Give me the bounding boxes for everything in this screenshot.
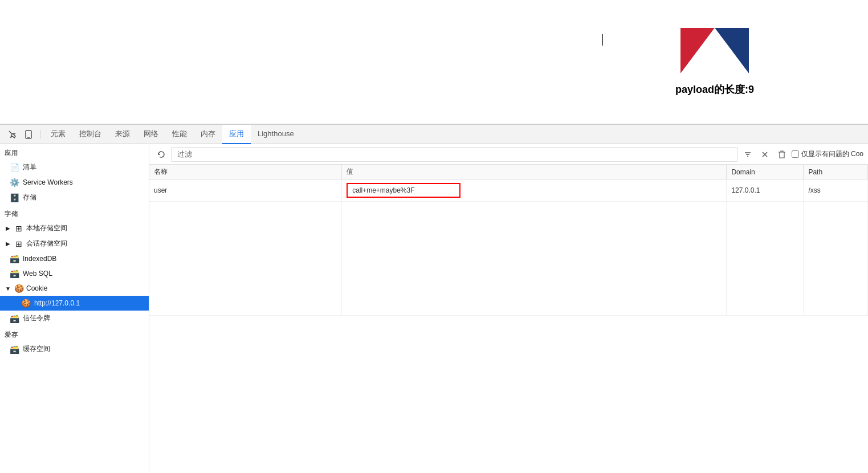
cookie-http-icon: 🍪 <box>21 299 31 308</box>
sidebar-item-storage-label: 存储 <box>23 193 36 202</box>
sidebar-item-session-storage[interactable]: ▶ ⊞ 会话存储空间 <box>0 236 149 251</box>
col-header-domain: Domain <box>727 165 804 180</box>
sidebar-item-service-workers-label: Service Workers <box>23 178 73 186</box>
devtools-tab-bar: 元素 控制台 来源 网络 性能 内存 应用 Lighthouse <box>0 125 868 144</box>
sidebar-item-service-workers[interactable]: ⚙️ Service Workers <box>0 175 149 190</box>
inspect-element-button[interactable] <box>5 127 21 142</box>
empty-value-cell <box>342 202 727 316</box>
sidebar: 应用 📄 清单 ⚙️ Service Workers 🗄️ 存储 字储 ▶ ⊞ … <box>0 144 149 473</box>
devtools-panel: 元素 控制台 来源 网络 性能 内存 应用 Lighthouse 应用 📄 清单… <box>0 124 868 473</box>
col-header-value: 值 <box>342 165 727 180</box>
sidebar-item-cookie-group-label: Cookie <box>26 284 47 292</box>
storage-icon: 🗄️ <box>9 193 19 202</box>
sidebar-item-indexeddb-label: IndexedDB <box>23 255 56 263</box>
sidebar-section-application: 应用 <box>0 144 149 160</box>
refresh-cookies-button[interactable] <box>154 147 169 162</box>
session-storage-icon: ⊞ <box>14 239 24 248</box>
show-issues-checkbox-label[interactable]: 仅显示有问题的 Coo <box>792 149 863 159</box>
table-row[interactable]: user call+me+maybe%3F 127.0.0.1 /xss <box>149 180 868 202</box>
sidebar-item-manifest[interactable]: 📄 清单 <box>0 160 149 175</box>
sidebar-item-cookie-http-label: http://127.0.0.1 <box>34 299 80 307</box>
tab-console[interactable]: 控制台 <box>72 125 108 144</box>
panel-toolbar: 仅显示有问题的 Coo <box>149 144 868 165</box>
trust-tokens-icon: 🗃️ <box>9 314 19 323</box>
sidebar-item-indexeddb[interactable]: 🗃️ IndexedDB <box>0 251 149 266</box>
filter-container <box>171 147 738 162</box>
col-header-path: Path <box>804 165 868 180</box>
session-storage-arrow-icon: ▶ <box>5 240 11 247</box>
device-toggle-button[interactable] <box>21 127 36 142</box>
web-sql-icon: 🗃️ <box>9 269 19 278</box>
cookie-path-cell: /xss <box>804 180 868 202</box>
empty-domain-cell <box>727 202 804 316</box>
table-row-empty <box>149 202 868 316</box>
sidebar-item-local-storage[interactable]: ▶ ⊞ 本地存储空间 <box>0 221 149 236</box>
tab-network[interactable]: 网络 <box>137 125 165 144</box>
sidebar-item-trust-tokens-label: 信任令牌 <box>23 313 50 323</box>
service-workers-icon: ⚙️ <box>9 178 19 187</box>
empty-path-cell <box>804 202 868 316</box>
cookie-domain-cell: 127.0.0.1 <box>727 180 804 202</box>
sidebar-item-local-storage-label: 本地存储空间 <box>26 223 67 233</box>
show-issues-label: 仅显示有问题的 Coo <box>801 149 863 159</box>
main-panel: 仅显示有问题的 Coo 名称 值 Domain Path <box>149 144 868 473</box>
cookie-value-highlighted: call+me+maybe%3F <box>347 183 461 198</box>
sidebar-section-cache: 爱存 <box>0 326 149 341</box>
sidebar-item-cache-storage-label: 缓存空间 <box>23 344 50 354</box>
sidebar-item-cache-storage[interactable]: 🗃️ 缓存空间 <box>0 341 149 357</box>
manifest-icon: 📄 <box>9 163 19 172</box>
text-cursor <box>602 34 603 46</box>
local-storage-arrow-icon: ▶ <box>5 225 11 231</box>
cookie-value-cell: call+me+maybe%3F <box>342 180 727 202</box>
show-issues-checkbox[interactable] <box>792 150 799 158</box>
tab-lighthouse[interactable]: Lighthouse <box>251 125 301 144</box>
cookie-arrow-icon: ▼ <box>5 286 11 292</box>
sidebar-item-web-sql-label: Web SQL <box>23 270 52 278</box>
tab-memory[interactable]: 内存 <box>194 125 222 144</box>
tab-elements[interactable]: 元素 <box>44 125 72 144</box>
sidebar-item-cookie-http[interactable]: 🍪 http://127.0.0.1 <box>0 296 149 311</box>
sidebar-item-cookie-group[interactable]: ▼ 🍪 Cookie <box>0 281 149 296</box>
local-storage-icon: ⊞ <box>14 224 24 233</box>
clear-cookies-button[interactable] <box>757 147 772 162</box>
cookie-group-icon: 🍪 <box>14 284 24 293</box>
col-header-name: 名称 <box>149 165 342 180</box>
devtools-body: 应用 📄 清单 ⚙️ Service Workers 🗄️ 存储 字储 ▶ ⊞ … <box>0 144 868 473</box>
indexeddb-icon: 🗃️ <box>9 254 19 263</box>
sidebar-item-session-storage-label: 会话存储空间 <box>26 239 67 248</box>
cookie-table: 名称 值 Domain Path user call+me+maybe%3F <box>149 165 868 316</box>
tab-application[interactable]: 应用 <box>222 125 251 144</box>
filter-input[interactable] <box>174 149 735 160</box>
empty-name-cell <box>149 202 342 316</box>
cookie-table-wrapper: 名称 值 Domain Path user call+me+maybe%3F <box>149 165 868 473</box>
table-header-row: 名称 值 Domain Path <box>149 165 868 180</box>
tab-performance[interactable]: 性能 <box>165 125 194 144</box>
cookie-name-cell: user <box>149 180 342 202</box>
sidebar-section-storage: 字储 <box>0 205 149 221</box>
tab-divider <box>40 130 40 139</box>
page-content-area: payload的长度:9 <box>0 0 868 124</box>
sidebar-item-web-sql[interactable]: 🗃️ Web SQL <box>0 266 149 281</box>
logo-area: payload的长度:9 <box>675 28 754 96</box>
sidebar-item-trust-tokens[interactable]: 🗃️ 信任令牌 <box>0 311 149 326</box>
filter-options-button[interactable] <box>740 147 755 162</box>
payload-length-text: payload的长度:9 <box>675 83 754 96</box>
sidebar-item-manifest-label: 清单 <box>23 162 36 172</box>
cache-storage-icon: 🗃️ <box>9 345 19 354</box>
logo-svg <box>680 28 749 74</box>
svg-point-3 <box>710 39 719 48</box>
delete-cookie-button[interactable] <box>775 147 789 162</box>
sidebar-item-storage[interactable]: 🗄️ 存储 <box>0 190 149 205</box>
tab-sources[interactable]: 来源 <box>108 125 137 144</box>
